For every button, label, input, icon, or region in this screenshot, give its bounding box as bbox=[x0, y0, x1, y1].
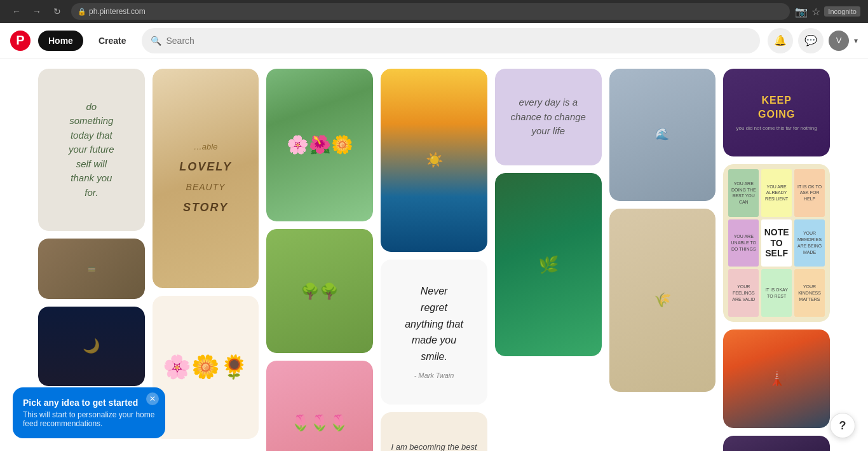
pin-card[interactable]: 🌙 bbox=[38, 307, 145, 386]
pinterest-header: P Home Create 🔍 🔔 💬 V ▾ bbox=[0, 23, 868, 59]
tooltip-body: This will start to personalize your home… bbox=[23, 410, 155, 428]
pin-card[interactable] bbox=[723, 436, 830, 451]
tooltip-popup: ✕ Pick any idea to get started This will… bbox=[13, 387, 165, 438]
help-symbol: ? bbox=[839, 419, 846, 433]
pin-card[interactable]: 🌸🌺🌼 bbox=[266, 69, 373, 221]
pin-card[interactable]: 🌊 bbox=[609, 69, 716, 201]
pin-card[interactable]: ☀️ bbox=[381, 69, 487, 252]
home-label: Home bbox=[48, 36, 73, 46]
quote-text: Neverregretanything thatmade yousmile. -… bbox=[405, 283, 463, 380]
pin-icon: 🌊 bbox=[655, 127, 669, 142]
pin-icon: 🌾 bbox=[654, 291, 671, 310]
pin-card[interactable]: 🌳🌳 bbox=[266, 229, 373, 353]
pin-icon: ☀️ bbox=[426, 151, 443, 170]
browser-chrome: ← → ↻ 🔒 ph.pinterest.com 📷 ☆ Incognito bbox=[0, 0, 868, 23]
url-bar[interactable]: 🔒 ph.pinterest.com bbox=[71, 3, 790, 20]
help-button[interactable]: ? bbox=[830, 413, 855, 438]
back-button[interactable]: ← bbox=[8, 3, 25, 20]
pinterest-logo[interactable]: P bbox=[10, 31, 31, 51]
quote-text: I am becoming the best version of myself… bbox=[391, 441, 477, 452]
browser-nav-buttons: ← → ↻ bbox=[8, 3, 66, 20]
header-icons: 🔔 💬 V ▾ bbox=[768, 28, 858, 53]
pin-card[interactable]: …able LOVELY BEAUTY STORY bbox=[153, 69, 259, 288]
create-label: Create bbox=[98, 36, 126, 46]
pin-desc: 🚃 bbox=[88, 265, 95, 274]
camera-off-icon: 📷 bbox=[795, 6, 808, 18]
note-to-self-card[interactable]: YOU ARE DOING THE BEST YOU CAN YOU ARE A… bbox=[723, 164, 830, 322]
pin-card[interactable]: do something today that your future self… bbox=[38, 69, 145, 231]
pin-icon: 🗼 bbox=[768, 369, 785, 389]
pin-card[interactable]: Neverregretanything thatmade yousmile. -… bbox=[381, 260, 487, 405]
tooltip-title: Pick any idea to get started bbox=[23, 398, 155, 408]
note-to-self-text: NOTE TO SELF bbox=[761, 219, 792, 267]
pin-icon: 🌷🌷🌷 bbox=[291, 412, 348, 434]
pin-card[interactable]: 🌸🌼🌻 bbox=[153, 296, 259, 439]
search-bar[interactable]: 🔍 bbox=[142, 28, 761, 53]
star-icon[interactable]: ☆ bbox=[811, 6, 820, 18]
pin-card[interactable]: 🚃 bbox=[38, 239, 145, 299]
search-icon: 🔍 bbox=[151, 36, 161, 46]
logo-text: P bbox=[16, 33, 24, 48]
reload-button[interactable]: ↻ bbox=[48, 3, 66, 20]
avatar-button[interactable]: V bbox=[829, 31, 849, 51]
forward-button[interactable]: → bbox=[28, 3, 46, 20]
pin-desc: 🌙 bbox=[83, 337, 100, 356]
messages-button[interactable]: 💬 bbox=[798, 28, 824, 53]
pin-card[interactable]: 🌿 bbox=[495, 173, 602, 356]
chevron-down-icon[interactable]: ▾ bbox=[854, 36, 858, 45]
pin-icon: 🌸🌼🌻 bbox=[163, 352, 248, 382]
pin-text: KEEP GOING you did not come this far for… bbox=[736, 94, 817, 132]
pin-icon: 🌸🌺🌼 bbox=[287, 132, 353, 157]
tooltip-close-button[interactable]: ✕ bbox=[146, 392, 159, 405]
incognito-badge: Incognito bbox=[824, 6, 860, 17]
home-nav[interactable]: Home bbox=[38, 31, 83, 51]
create-nav[interactable]: Create bbox=[91, 31, 134, 51]
pin-card[interactable]: 🌾 bbox=[609, 209, 716, 392]
search-input[interactable] bbox=[166, 36, 752, 46]
quote-text: do something today that your future self… bbox=[48, 85, 135, 216]
pin-icon: 🌳🌳 bbox=[301, 281, 339, 302]
note-collage: YOU ARE DOING THE BEST YOU CAN YOU ARE A… bbox=[728, 169, 825, 317]
url-text: ph.pinterest.com bbox=[89, 7, 146, 16]
pin-icon: 🌿 bbox=[538, 253, 559, 276]
pin-card[interactable]: every day is a chance to change your lif… bbox=[495, 69, 602, 165]
browser-actions: 📷 ☆ Incognito bbox=[795, 6, 860, 18]
pin-card[interactable]: KEEP GOING you did not come this far for… bbox=[723, 69, 830, 156]
notifications-button[interactable]: 🔔 bbox=[768, 28, 793, 53]
pin-text: …able LOVELY BEAUTY STORY bbox=[179, 139, 232, 219]
pin-card[interactable]: I am becoming the best version of myself… bbox=[381, 412, 487, 451]
quote-text: every day is a chance to change your lif… bbox=[505, 95, 592, 139]
pin-card[interactable]: 🌷🌷🌷 bbox=[266, 361, 373, 451]
pin-card[interactable]: 🗼 bbox=[723, 330, 830, 428]
